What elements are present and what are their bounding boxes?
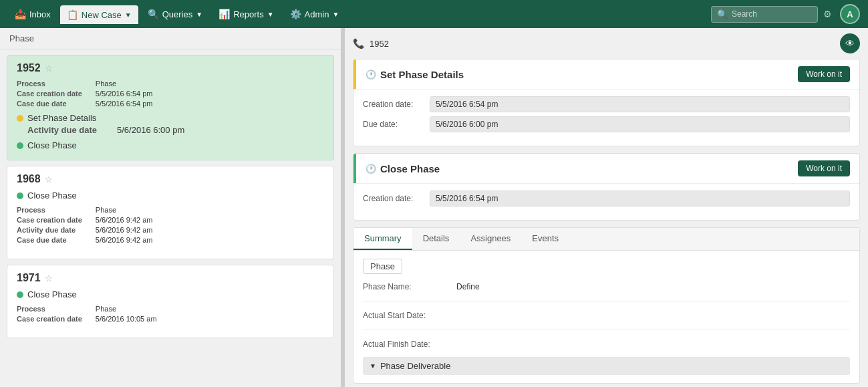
star-icon-1952[interactable]: ☆ [45, 63, 53, 74]
tab-events[interactable]: Events [521, 228, 569, 250]
case-card-1971[interactable]: 1971 ☆ Close Phase Process Case creation… [7, 265, 334, 338]
new-case-caret: ▼ [125, 11, 132, 19]
inbox-icon: 📥 [15, 9, 26, 19]
settings-icon[interactable]: ⚙ [823, 9, 832, 19]
phase-deliverable-header[interactable]: ▼ Phase Deliverable [363, 357, 850, 375]
task-card-close-phase: 🕐 Close Phase Work on it Creation date: … [353, 153, 860, 221]
task-card-header-close-phase: 🕐 Close Phase Work on it [353, 154, 859, 183]
eye-button[interactable]: 👁 [840, 33, 860, 53]
nav-queries[interactable]: 🔍 Queries ▼ [141, 5, 209, 23]
case-card-1968[interactable]: 1968 ☆ Close Phase Process Case creation… [7, 166, 334, 259]
task-card-header-set-phase: 🕐 Set Phase Details Work on it [353, 59, 859, 89]
yellow-dot [17, 115, 23, 122]
new-case-icon: 📋 [67, 9, 78, 20]
tab-details[interactable]: Details [412, 228, 460, 250]
task-body-set-phase: Creation date: 5/5/2016 6:54 pm Due date… [353, 89, 859, 146]
left-header: Phase [0, 28, 341, 49]
reports-icon: 📊 [219, 9, 230, 19]
green-dot [17, 142, 23, 149]
phase-field-start: Actual Start Date: [363, 311, 850, 320]
star-icon-1971[interactable]: ☆ [45, 273, 53, 283]
case-card-title-1971: 1971 ☆ [17, 272, 324, 284]
tabs-container: Summary Details Assignees Events Phase [353, 227, 860, 384]
clock-icon-close-phase: 🕐 [366, 164, 376, 174]
right-header: 📞 1952 👁 [353, 33, 860, 53]
close-phase-field-creation: Creation date: 5/5/2016 6:54 pm [363, 190, 850, 207]
activity-close-phase: Close Phase [17, 140, 324, 150]
phase-field-finish: Actual Finish Date: [363, 340, 850, 349]
search-input[interactable] [732, 9, 812, 19]
queries-icon: 🔍 [148, 9, 159, 19]
case-meta-1952: Process Case creation date Case due date… [17, 80, 324, 108]
tab-assignees[interactable]: Assignees [460, 228, 521, 250]
task-card-set-phase: 🕐 Set Phase Details Work on it Creation … [353, 59, 860, 146]
activity-set-phase: Set Phase Details [17, 113, 324, 123]
case-meta-1971: Process Case creation date Phase 5/6/201… [17, 305, 324, 323]
nav-new-case[interactable]: 📋 New Case ▼ [60, 5, 138, 24]
tabs-row: Summary Details Assignees Events [353, 228, 859, 251]
separator-2 [363, 330, 850, 330]
work-on-it-close-phase[interactable]: Work on it [798, 160, 850, 176]
reports-caret: ▼ [267, 11, 274, 18]
clock-icon-set-phase: 🕐 [366, 70, 376, 80]
activity-close-1968: Close Phase [17, 190, 324, 201]
case-card-title-1952: 1952 ☆ [17, 62, 324, 74]
task-body-close-phase: Creation date: 5/5/2016 6:54 pm [353, 183, 859, 220]
case-card-1952[interactable]: 1952 ☆ Process Case creation date Case d… [7, 55, 334, 160]
set-phase-field-due: Due date: 5/6/2016 6:00 pm [363, 116, 850, 132]
nav-inbox[interactable]: 📥 Inbox [8, 5, 57, 23]
main-layout: Phase 1952 ☆ Process Case creation date … [0, 28, 868, 387]
phase-section-header: Phase [363, 259, 402, 274]
task-title-set-phase: Set Phase Details [380, 69, 464, 80]
activity-close-1971: Close Phase [17, 289, 324, 299]
tab-content-summary: Phase Phase Name: Define Actual Start Da… [353, 251, 859, 383]
phase-fields: Phase Name: Define Actual Start Date: Ac… [363, 282, 850, 349]
admin-icon: ⚙️ [290, 9, 301, 19]
search-icon: 🔍 [717, 9, 728, 19]
search-box[interactable]: 🔍 [711, 6, 818, 23]
queries-caret: ▼ [196, 11, 202, 18]
case-id-1971: 1971 [17, 272, 41, 284]
activity-sub-set-phase: Activity due date 5/6/2016 6:00 pm [27, 125, 324, 135]
case-id-1968: 1968 [17, 173, 41, 185]
work-on-it-set-phase[interactable]: Work on it [798, 66, 850, 82]
set-phase-field-creation: Creation date: 5/5/2016 6:54 pm [363, 96, 850, 112]
case-meta-1968: Process Case creation date Activity due … [17, 206, 324, 244]
nav-reports[interactable]: 📊 Reports ▼ [212, 5, 280, 23]
green-dot-1968 [17, 192, 23, 199]
separator-1 [363, 301, 850, 301]
top-navigation: 📥 Inbox 📋 New Case ▼ 🔍 Queries ▼ 📊 Repor… [0, 0, 868, 28]
tab-summary[interactable]: Summary [353, 228, 412, 250]
avatar[interactable]: A [840, 4, 860, 24]
right-panel: 📞 1952 👁 🕐 Set Phase Details Work on it … [345, 28, 868, 387]
left-panel: Phase 1952 ☆ Process Case creation date … [0, 28, 341, 387]
right-case-number: 1952 [370, 39, 389, 49]
phone-icon: 📞 [353, 38, 364, 49]
star-icon-1968[interactable]: ☆ [45, 174, 53, 184]
admin-caret: ▼ [332, 11, 339, 18]
phase-field-name: Phase Name: Define [363, 282, 850, 291]
task-title-close-phase: Close Phase [380, 163, 440, 174]
green-dot-1971 [17, 291, 23, 298]
chevron-down-icon: ▼ [370, 362, 376, 370]
case-card-title-1968: 1968 ☆ [17, 173, 324, 185]
nav-admin[interactable]: ⚙️ Admin ▼ [283, 5, 346, 23]
case-id-1952: 1952 [17, 62, 41, 74]
